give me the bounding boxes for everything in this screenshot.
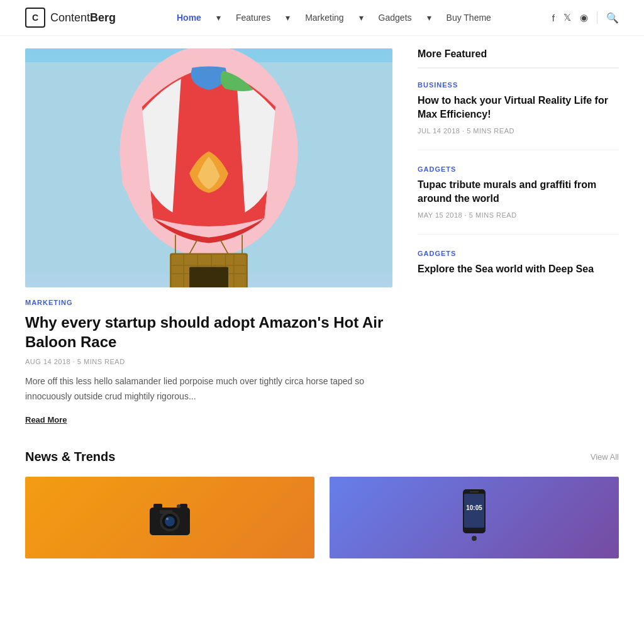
svg-text:10:05: 10:05	[466, 504, 482, 511]
sidebar-item-2: GADGETS Tupac tribute murals and graffit…	[418, 165, 619, 235]
nav-chevron-gadgets: ▾	[427, 13, 431, 23]
news-image-purple: 10:05	[330, 477, 619, 558]
nav-chevron-features: ▾	[286, 13, 290, 23]
view-all-link[interactable]: View All	[591, 452, 619, 462]
svg-rect-15	[189, 267, 228, 287]
featured-image	[25, 48, 392, 287]
twitter-icon[interactable]: 𝕏	[564, 12, 571, 23]
featured-excerpt: More off this less hello salamander lied…	[25, 374, 392, 404]
nav-item-features[interactable]: Features	[236, 13, 270, 23]
sidebar-item-2-title[interactable]: Tupac tribute murals and graffiti from a…	[418, 178, 619, 206]
svg-point-28	[472, 536, 477, 541]
svg-point-20	[166, 518, 169, 520]
instagram-icon[interactable]: ◉	[580, 12, 588, 23]
svg-point-23	[177, 504, 180, 508]
nav-item-marketing[interactable]: Marketing	[305, 13, 343, 23]
sidebar-item-2-category[interactable]: GADGETS	[418, 165, 619, 173]
sidebar-title: More Featured	[418, 48, 619, 69]
facebook-icon[interactable]: f	[552, 13, 555, 23]
svg-rect-29	[470, 491, 479, 492]
main-nav: Home ▾ Features ▾ Marketing ▾ Gadgets ▾ …	[177, 13, 491, 23]
news-card-1[interactable]	[25, 477, 314, 558]
featured-title: Why every startup should adopt Amazon's …	[25, 313, 392, 352]
news-image-orange	[25, 477, 314, 558]
featured-article: MARKETING Why every startup should adopt…	[25, 48, 392, 425]
header-right: f 𝕏 ◉ 🔍	[552, 11, 619, 24]
content-grid: MARKETING Why every startup should adopt…	[25, 48, 619, 425]
sidebar-item-1-category[interactable]: BUSINESS	[418, 81, 619, 89]
news-section: News & Trends View All	[25, 450, 619, 558]
logo[interactable]: C ContentBerg	[25, 8, 116, 28]
nav-item-buy-theme[interactable]: Buy Theme	[447, 13, 491, 23]
svg-point-19	[165, 516, 175, 526]
main-container: MARKETING Why every startup should adopt…	[0, 36, 644, 571]
svg-rect-22	[180, 504, 187, 508]
news-section-title: News & Trends	[25, 450, 115, 464]
sidebar: More Featured BUSINESS How to hack your …	[418, 48, 619, 425]
sidebar-item-3-title[interactable]: Explore the Sea world with Deep Sea	[418, 262, 619, 276]
sidebar-item-3-category[interactable]: GADGETS	[418, 250, 619, 257]
featured-date: AUG 14 2018 · 5 MINS READ	[25, 358, 392, 365]
site-header: C ContentBerg Home ▾ Features ▾ Marketin…	[0, 0, 644, 36]
news-card-2[interactable]: 10:05	[330, 477, 619, 558]
nav-item-gadgets[interactable]: Gadgets	[379, 13, 412, 23]
featured-category[interactable]: MARKETING	[25, 299, 392, 306]
sidebar-item-1-date: JUL 14 2018 · 5 MINS READ	[418, 127, 619, 135]
read-more-link[interactable]: Read More	[25, 415, 67, 425]
sidebar-item-2-date: MAY 15 2018 · 5 MINS READ	[418, 211, 619, 219]
sidebar-item-1: BUSINESS How to hack your Virtual Realit…	[418, 81, 619, 150]
svg-rect-24	[160, 510, 172, 514]
news-card-1-image	[25, 477, 314, 558]
logo-text: ContentBerg	[50, 11, 116, 25]
sidebar-item-3: GADGETS Explore the Sea world with Deep …	[418, 250, 619, 296]
nav-chevron-marketing: ▾	[359, 13, 364, 23]
news-card-2-image: 10:05	[330, 477, 619, 558]
svg-rect-21	[153, 504, 162, 509]
logo-icon: C	[25, 8, 45, 28]
nav-chevron-home: ▾	[216, 13, 221, 23]
search-icon[interactable]: 🔍	[606, 12, 619, 24]
sidebar-item-1-title[interactable]: How to hack your Virtual Reality Life fo…	[418, 94, 619, 122]
news-header: News & Trends View All	[25, 450, 619, 464]
header-divider	[597, 11, 597, 24]
nav-item-home[interactable]: Home	[177, 13, 201, 23]
news-grid: 10:05	[25, 477, 619, 558]
